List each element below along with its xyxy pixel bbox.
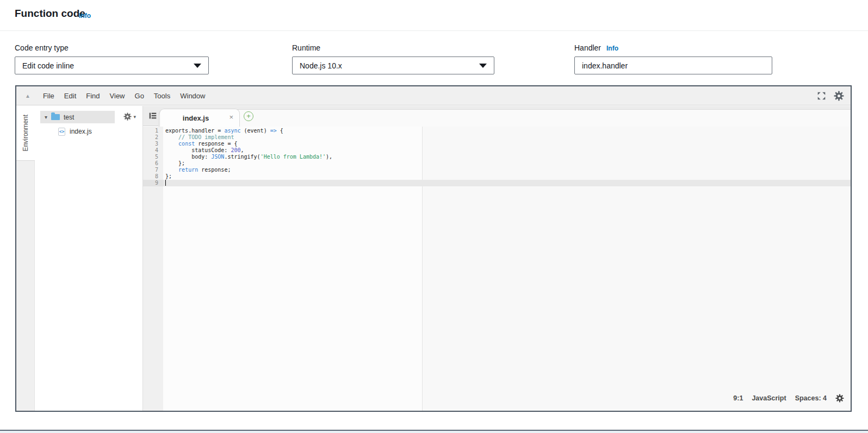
editor-tabbar: index.js × + xyxy=(143,106,851,126)
code-line[interactable]: exports.handler = async (event) => { xyxy=(163,128,851,134)
environment-tab-label: Environment xyxy=(22,115,29,151)
line-number[interactable]: 3 xyxy=(143,141,163,147)
tree-settings-gear-icon[interactable]: ▾ xyxy=(123,112,136,121)
code-line[interactable]: const response = { xyxy=(163,141,851,147)
code-line[interactable]: // TODO implement xyxy=(163,134,851,141)
code-line[interactable]: }; xyxy=(163,160,851,167)
runtime-select[interactable]: Node.js 10.x xyxy=(292,57,494,74)
status-settings-gear-icon[interactable] xyxy=(835,394,844,403)
function-code-page: Function code Info Code entry type Edit … xyxy=(0,0,868,433)
editor-menubar: ▲ File Edit Find View Go Tools Window xyxy=(16,86,851,105)
menu-go[interactable]: Go xyxy=(130,92,149,100)
file-name: index.js xyxy=(70,128,92,135)
code-line[interactable]: }; xyxy=(163,173,851,180)
line-number[interactable]: 6 xyxy=(143,160,163,167)
side-strip: Environment xyxy=(16,106,35,411)
tree-gear-caret-icon: ▾ xyxy=(133,114,136,120)
line-number[interactable]: 7 xyxy=(143,167,163,173)
menu-view[interactable]: View xyxy=(105,92,130,100)
handler-input-box xyxy=(574,57,772,74)
code-line[interactable]: statusCode: 200, xyxy=(163,147,851,154)
code-entry-type-value: Edit code inline xyxy=(22,61,74,70)
chevron-down-icon xyxy=(194,64,201,68)
line-number[interactable]: 9 xyxy=(143,180,163,186)
menubar-right-icons xyxy=(817,86,844,105)
section-bottom-fill xyxy=(0,431,868,433)
chevron-down-icon xyxy=(479,64,487,68)
cloud9-editor: ▲ File Edit Find View Go Tools Window xyxy=(15,85,852,412)
function-code-info-link[interactable]: Info xyxy=(79,12,91,20)
file-tree-panel: ▾ test xyxy=(35,106,143,411)
folder-disclosure-icon[interactable]: ▾ xyxy=(45,114,47,120)
cursor-position-status[interactable]: 9:1 xyxy=(733,394,743,402)
runtime-value: Node.js 10.x xyxy=(300,61,342,70)
code-panel: index.js × + 123456789 exports.handler =… xyxy=(143,106,851,411)
page-title: Function code xyxy=(15,8,85,20)
menu-edit[interactable]: Edit xyxy=(59,92,81,100)
header-divider xyxy=(0,30,868,31)
handler-input[interactable] xyxy=(582,61,765,70)
tree-row-file[interactable]: <> index.js xyxy=(35,126,142,137)
code-line[interactable]: return response; xyxy=(163,167,851,173)
tree-row-folder[interactable]: ▾ test xyxy=(35,111,142,123)
editor-statusbar: 9:1 JavaScript Spaces: 4 xyxy=(733,394,844,403)
line-number[interactable]: 1 xyxy=(143,128,163,134)
collapse-panel-icon[interactable]: ▲ xyxy=(25,93,30,99)
environment-tab[interactable]: Environment xyxy=(16,106,35,161)
runtime-label: Runtime xyxy=(292,43,494,52)
tabbar-surface xyxy=(158,109,851,127)
tab-title: index.js xyxy=(183,114,209,122)
folder-row-content: ▾ test xyxy=(35,114,74,121)
folder-name: test xyxy=(64,114,74,121)
tab-indexjs[interactable]: index.js × xyxy=(159,109,240,127)
language-status[interactable]: JavaScript xyxy=(752,394,786,402)
line-number[interactable]: 5 xyxy=(143,154,163,160)
text-cursor xyxy=(165,180,166,186)
menu-file[interactable]: File xyxy=(38,92,59,100)
handler-field: HandlerInfo xyxy=(574,43,772,74)
js-file-icon: <> xyxy=(58,128,65,136)
line-number[interactable]: 4 xyxy=(143,147,163,154)
handler-label: HandlerInfo xyxy=(574,43,772,52)
tab-close-icon[interactable]: × xyxy=(229,113,233,121)
new-tab-plus-icon[interactable]: + xyxy=(244,111,253,121)
handler-info-link[interactable]: Info xyxy=(606,45,618,52)
code-lines[interactable]: exports.handler = async (event) => { // … xyxy=(163,127,851,186)
handler-label-text: Handler xyxy=(574,43,601,52)
gutter[interactable]: 123456789 xyxy=(143,127,163,411)
fullscreen-expand-icon[interactable] xyxy=(817,91,826,101)
line-number[interactable]: 8 xyxy=(143,173,163,180)
editor-settings-gear-icon[interactable] xyxy=(834,91,844,101)
code-entry-type-label: Code entry type xyxy=(15,43,209,52)
runtime-field: Runtime Node.js 10.x xyxy=(292,43,494,74)
code-line[interactable]: body: JSON.stringify('Hello from Lambda!… xyxy=(163,154,851,160)
menu-window[interactable]: Window xyxy=(175,92,210,100)
menu-find[interactable]: Find xyxy=(81,92,104,100)
folder-icon xyxy=(51,114,60,120)
code-entry-type-select[interactable]: Edit code inline xyxy=(15,57,209,74)
tab-list-icon[interactable] xyxy=(148,111,158,123)
menu-tools[interactable]: Tools xyxy=(149,92,175,100)
code-editing-area[interactable]: 123456789 exports.handler = async (event… xyxy=(143,127,851,411)
code-line[interactable] xyxy=(163,180,851,186)
line-number[interactable]: 2 xyxy=(143,134,163,141)
editor-body: Environment ▾ test xyxy=(16,106,851,411)
code-entry-type-field: Code entry type Edit code inline xyxy=(15,43,209,74)
spaces-status[interactable]: Spaces: 4 xyxy=(795,394,827,402)
